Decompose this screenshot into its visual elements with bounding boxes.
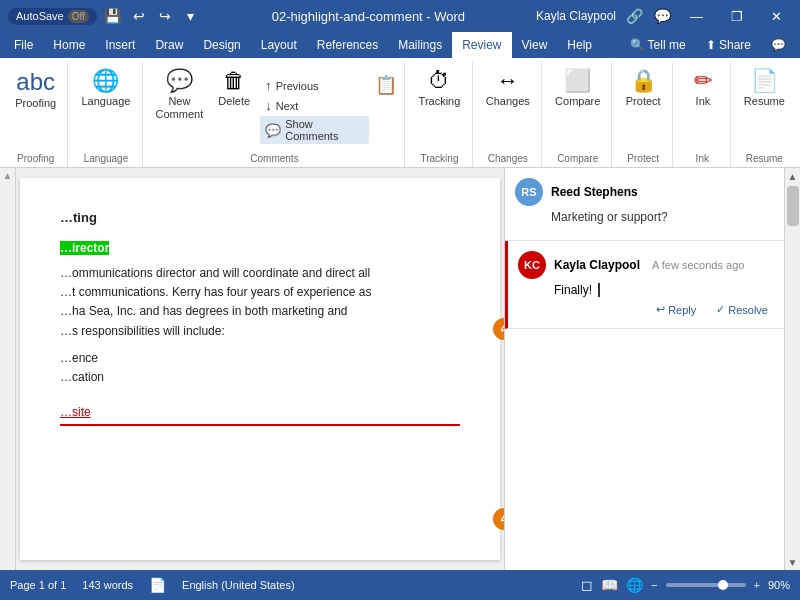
proofing-group: abc Proofing Proofing	[4, 62, 68, 167]
markup-button[interactable]: 📋	[373, 66, 398, 150]
quick-access-dropdown[interactable]: ▾	[181, 6, 201, 26]
show-comments-button[interactable]: 💬 Show Comments	[260, 116, 369, 144]
proofing-button[interactable]: abc Proofing	[10, 66, 61, 114]
menu-bar: File Home Insert Draw Design Layout Refe…	[0, 32, 800, 58]
comments-menu-btn[interactable]: 💬	[761, 32, 796, 58]
menu-mailings[interactable]: Mailings	[388, 32, 452, 58]
resolve-button[interactable]: ✓ Resolve	[710, 301, 774, 318]
page-layout-icon[interactable]: 📄	[149, 577, 166, 593]
previous-comment-button[interactable]: ↑ Previous	[260, 76, 369, 95]
document-page: …ting …irector …ommunications director a…	[20, 178, 500, 560]
share-menu-btn[interactable]: ⬆ Share	[696, 32, 761, 58]
undo-icon[interactable]: ↩	[129, 6, 149, 26]
comments-group: 💬 New Comment 🗑 Delete ↑ Previous ↓ Next	[145, 62, 406, 167]
redo-icon[interactable]: ↪	[155, 6, 175, 26]
resume-label: Resume	[744, 95, 785, 108]
compare-icon: ⬜	[564, 70, 591, 92]
language-label: Language	[82, 95, 131, 108]
compare-label: Compare	[555, 95, 600, 108]
language-group-label: Language	[76, 150, 135, 167]
read-view-icon[interactable]: 📖	[601, 577, 618, 593]
reply-label: Reply	[668, 304, 696, 316]
comment-badge-4b[interactable]: 4	[493, 508, 504, 530]
close-button[interactable]: ✕	[761, 5, 792, 28]
compare-group: ⬜ Compare Compare	[544, 62, 613, 167]
tracking-group-label: Tracking	[413, 150, 465, 167]
menu-file[interactable]: File	[4, 32, 43, 58]
menu-references[interactable]: References	[307, 32, 388, 58]
comment-actions: ↩ Reply ✓ Resolve	[518, 301, 774, 318]
language[interactable]: English (United States)	[182, 579, 295, 591]
protect-label: Protect	[626, 95, 661, 108]
scroll-up-arrow[interactable]: ▲	[785, 168, 801, 184]
right-scrollbar: ▲ ▼	[784, 168, 800, 570]
doc-line-1: …ommunications director and will coordin…	[60, 264, 460, 283]
protect-icon: 🔒	[630, 70, 657, 92]
status-bar: Page 1 of 1 143 words 📄 English (United …	[0, 570, 800, 600]
next-icon: ↓	[265, 98, 272, 113]
show-comments-icon: 💬	[265, 123, 281, 138]
doc-line-4: …s responsibilities will include:	[60, 322, 460, 341]
protect-button[interactable]: 🔒 Protect	[620, 66, 665, 112]
zoom-slider[interactable]	[666, 583, 746, 587]
comment-input-area: Finally!	[554, 283, 774, 297]
minimize-button[interactable]: —	[680, 5, 713, 28]
web-view-icon[interactable]: 🌐	[626, 577, 643, 593]
comment-text-kc: Finally!	[554, 283, 592, 297]
ink-group: ✏ Ink Ink	[675, 62, 731, 167]
status-left: Page 1 of 1 143 words 📄 English (United …	[10, 577, 295, 593]
previous-icon: ↑	[265, 78, 272, 93]
menu-design[interactable]: Design	[193, 32, 250, 58]
menu-home[interactable]: Home	[43, 32, 95, 58]
menu-insert[interactable]: Insert	[95, 32, 145, 58]
ink-button[interactable]: ✏ Ink	[681, 66, 725, 112]
status-right: ◻ 📖 🌐 − + 90%	[581, 577, 790, 593]
autosave-toggle[interactable]: Off	[68, 10, 89, 23]
comment-badge-4[interactable]: 4	[493, 318, 504, 340]
compare-button[interactable]: ⬜ Compare	[550, 66, 606, 112]
reply-button[interactable]: ↩ Reply	[650, 301, 702, 318]
restore-button[interactable]: ❐	[721, 5, 753, 28]
left-scroll: ▲	[0, 168, 16, 570]
changes-icon: ↔	[497, 70, 519, 92]
delete-comment-button[interactable]: 🗑 Delete	[212, 66, 256, 150]
comment-thread-1: RS Reed Stephens Marketing or support?	[505, 168, 784, 241]
ink-label: Ink	[696, 95, 711, 108]
delete-comment-icon: 🗑	[223, 70, 245, 92]
resume-button[interactable]: 📄 Resume	[739, 66, 790, 112]
menu-search[interactable]: 🔍 Tell me	[620, 32, 696, 58]
tracking-button[interactable]: ⏱ Tracking	[413, 66, 465, 112]
share-icon[interactable]: 🔗	[624, 6, 644, 26]
author-kc: Kayla Claypool	[554, 258, 640, 272]
window-title: 02-highlight-and-comment - Word	[201, 9, 536, 24]
proofing-label: Proofing	[15, 97, 56, 110]
scroll-thumb[interactable]	[787, 186, 799, 226]
menu-layout[interactable]: Layout	[251, 32, 307, 58]
zoom-minus-btn[interactable]: −	[651, 579, 657, 591]
comment-body-1: Marketing or support?	[551, 210, 774, 224]
autosave-badge[interactable]: AutoSave Off	[8, 8, 97, 25]
menu-review[interactable]: Review	[452, 32, 511, 58]
save-icon[interactable]: 💾	[103, 6, 123, 26]
next-label: Next	[276, 100, 299, 112]
new-comment-button[interactable]: 💬 New Comment	[151, 66, 209, 150]
menu-help[interactable]: Help	[557, 32, 602, 58]
zoom-plus-btn[interactable]: +	[754, 579, 760, 591]
resolve-icon: ✓	[716, 303, 725, 316]
next-comment-button[interactable]: ↓ Next	[260, 96, 369, 115]
language-group: 🌐 Language Language	[70, 62, 142, 167]
proofing-group-label: Proofing	[10, 150, 61, 167]
avatar-rs: RS	[515, 178, 543, 206]
comment-icon[interactable]: 💬	[652, 6, 672, 26]
comment-header-2: KC Kayla Claypool A few seconds ago	[518, 251, 774, 279]
compare-group-label: Compare	[550, 150, 606, 167]
language-button[interactable]: 🌐 Language	[76, 66, 135, 112]
layout-view-icon[interactable]: ◻	[581, 577, 593, 593]
markup-icon: 📋	[375, 74, 397, 96]
menu-view[interactable]: View	[512, 32, 558, 58]
scroll-down-arrow[interactable]: ▼	[785, 554, 801, 570]
zoom-level[interactable]: 90%	[768, 579, 790, 591]
changes-button[interactable]: ↔ Changes	[481, 66, 535, 112]
menu-draw[interactable]: Draw	[145, 32, 193, 58]
tracking-label: Tracking	[419, 95, 461, 108]
